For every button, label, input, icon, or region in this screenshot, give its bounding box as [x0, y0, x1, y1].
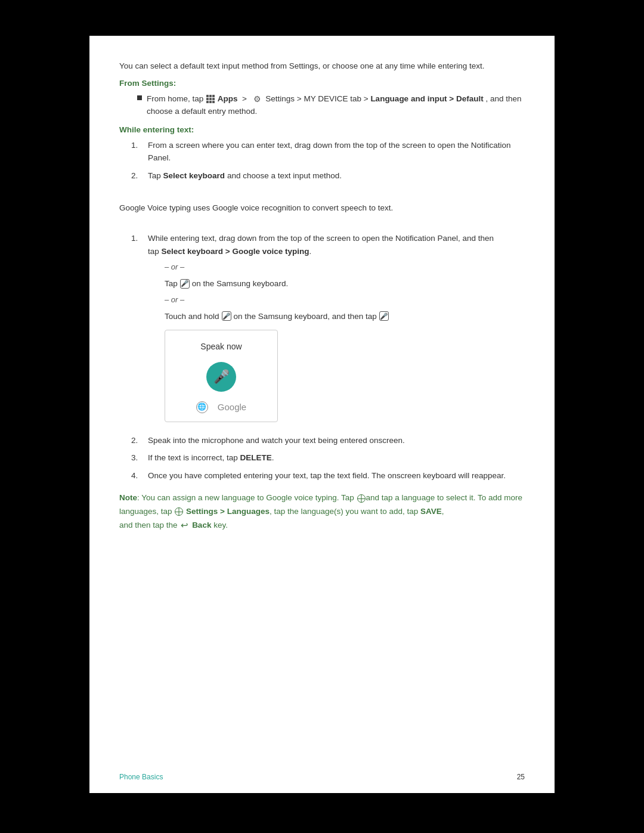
google-voice-intro: Google Voice typing uses Google voice re… [119, 202, 525, 215]
or-line-2: – or – [165, 294, 525, 306]
google-voice-list: 1. While entering text, drag down from t… [131, 232, 525, 482]
globe-icon: 🌐 [196, 401, 208, 413]
list-item: 2. Speak into the microphone and watch y… [131, 434, 525, 447]
spacer [119, 220, 525, 232]
spacer [119, 190, 525, 202]
while-entering-heading: While entering text: [119, 125, 525, 134]
mic-icon-3: 🎤 [379, 311, 389, 321]
globe-icon-note-2 [175, 507, 183, 516]
list-item: 2. Tap Select keyboard and choose a text… [131, 169, 525, 182]
footer-left: Phone Basics [119, 773, 163, 781]
footer: Phone Basics 25 [119, 773, 525, 781]
tap-line-1: Tap 🎤 on the Samsung keyboard. [165, 277, 525, 290]
footer-right: 25 [517, 773, 525, 781]
list-item: 3. If the text is incorrect, tap DELETE. [131, 451, 525, 465]
list-item: From home, tap Apps > ⚙ Settings > MY DE… [131, 92, 525, 118]
step2-text: Tap Select keyboard and choose a text in… [148, 169, 342, 182]
mic-circle: 🎤 [206, 362, 236, 392]
speak-now-screenshot: Speak now 🎤 🌐 Google [165, 330, 278, 422]
intro-text: You can select a default text input meth… [119, 60, 525, 73]
apps-label: Apps [218, 94, 238, 103]
step4-text: Once you have completed entering your te… [148, 469, 506, 482]
list-item: 1. From a screen where you can enter tex… [131, 139, 525, 165]
step1-text: From a screen where you can enter text, … [148, 139, 525, 165]
list-item: 1. While entering text, drag down from t… [131, 232, 525, 429]
bullet-icon [137, 95, 142, 100]
step1-block: While entering text, drag down from the … [148, 232, 525, 429]
tap-line-2: Touch and hold 🎤 on the Samsung keyboard… [165, 310, 525, 323]
from-settings-list: From home, tap Apps > ⚙ Settings > MY DE… [131, 92, 525, 118]
list-item: 4. Once you have completed entering your… [131, 469, 525, 482]
back-icon: ↩ [181, 518, 188, 533]
globe-icon-note [357, 494, 366, 503]
step3-text: If the text is incorrect, tap DELETE. [148, 451, 274, 465]
mic-icon-1: 🎤 [180, 279, 190, 289]
apps-grid-icon [206, 95, 215, 103]
language-input-label: Language and input > Default [370, 94, 483, 103]
mic-large-icon: 🎤 [213, 366, 230, 387]
note-label: Note [119, 493, 137, 502]
or-line-1: – or – [165, 261, 525, 274]
google-label: Google [218, 400, 246, 414]
mic-icon-2: 🎤 [222, 311, 231, 321]
while-entering-list: 1. From a screen where you can enter tex… [131, 139, 525, 182]
step2-text: Speak into the microphone and watch your… [148, 434, 405, 447]
page-content: You can select a default text input meth… [89, 36, 555, 793]
bullet-text: From home, tap Apps > ⚙ Settings > MY DE… [147, 92, 525, 118]
speak-now-bottom: 🌐 Google [175, 400, 268, 414]
speak-now-title: Speak now [200, 340, 242, 353]
note-section: Note: You can assign a new language to G… [119, 491, 525, 532]
from-settings-heading: From Settings: [119, 79, 525, 88]
settings-gear-icon: ⚙ [253, 94, 262, 104]
